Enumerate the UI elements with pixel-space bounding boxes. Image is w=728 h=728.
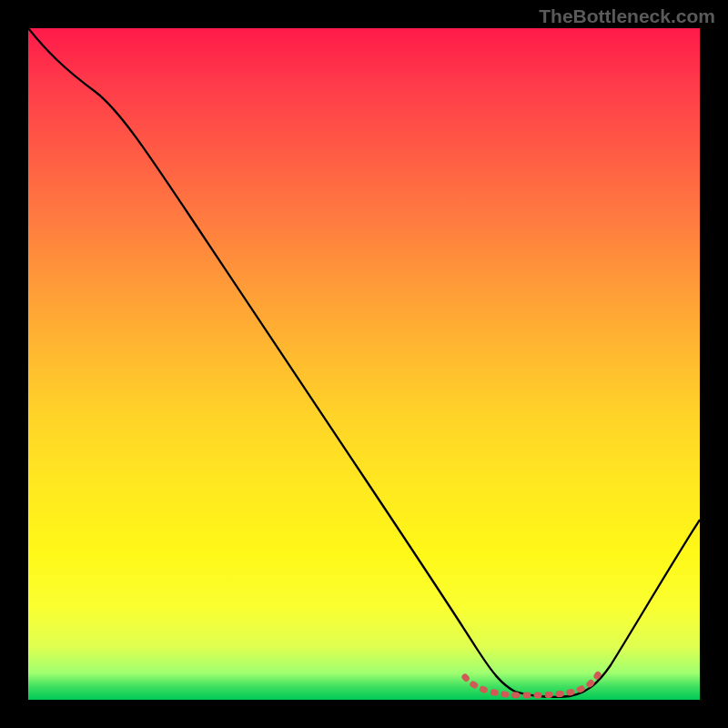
bottleneck-curve-line [28, 28, 700, 697]
watermark-text: TheBottleneck.com [539, 5, 715, 27]
chart-svg [28, 28, 700, 700]
optimal-range-marker [465, 673, 599, 695]
bottom-border [28, 700, 700, 728]
chart-plot-area [28, 28, 700, 700]
